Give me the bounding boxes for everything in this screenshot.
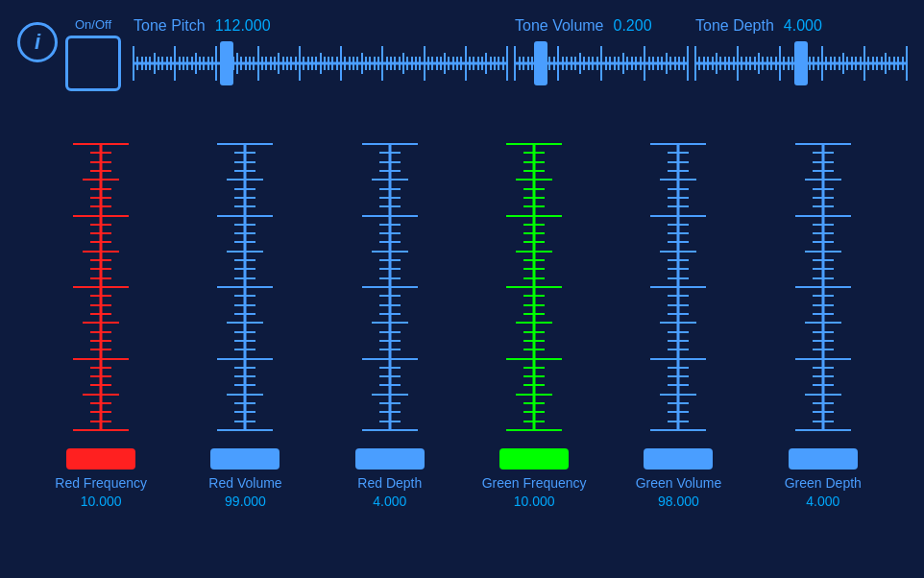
slider-red-volume[interactable] [207,143,283,470]
tone-volume-label: Tone Volume [515,17,604,35]
tone-depth-value: 4.000 [784,17,822,35]
slider-group-red-volume: Red Volume99.000 [182,143,307,509]
tone-pitch-slider[interactable] [134,39,507,87]
onoff-section: On/Off [65,17,121,91]
main-container: i On/Off Tone Pitch 112.000 Tone Volume … [0,0,924,578]
value-green-depth: 4.000 [806,494,839,509]
value-green-frequency: 10.000 [514,494,555,509]
tone-depth-label: Tone Depth [695,17,774,35]
label-green-depth: Green Depth [785,475,862,491]
onoff-label: On/Off [75,17,111,32]
slider-group-green-frequency: Green Frequency10.000 [472,143,596,509]
tone-volume-value: 0.200 [614,17,652,35]
pitch-section: Tone Pitch 112.000 [134,17,507,87]
pitch-header: Tone Pitch 112.000 [134,17,507,35]
tone-depth-slider[interactable] [695,39,907,87]
slider-group-red-frequency: Red Frequency10.000 [38,143,163,509]
tone-depth-group: Tone Depth 4.000 [695,17,907,87]
slider-green-frequency[interactable] [496,143,572,470]
value-red-depth: 4.000 [373,494,406,509]
slider-red-frequency[interactable] [62,143,139,470]
tone-volume-slider[interactable] [515,39,688,87]
volume-header: Tone Volume 0.200 [515,17,688,35]
label-red-volume: Red Volume [208,475,281,491]
slider-green-volume[interactable] [640,143,717,470]
value-red-volume: 99.000 [225,494,266,509]
info-icon[interactable]: i [17,22,58,62]
slider-green-depth[interactable] [785,143,862,470]
tone-pitch-label: Tone Pitch [134,17,206,35]
value-green-volume: 98.000 [658,494,699,509]
tone-volume-group: Tone Volume 0.200 [515,17,688,87]
onoff-button[interactable] [65,36,121,91]
label-red-depth: Red Depth [357,475,422,491]
value-red-frequency: 10.000 [81,494,122,509]
slider-group-green-depth: Green Depth4.000 [761,143,886,509]
label-green-frequency: Green Frequency [482,475,587,491]
top-controls: i On/Off Tone Pitch 112.000 Tone Volume … [10,10,914,91]
tone-pitch-value: 112.000 [215,17,271,35]
depth-header: Tone Depth 4.000 [695,17,907,35]
slider-group-red-depth: Red Depth4.000 [328,143,452,509]
slider-group-green-volume: Green Volume98.000 [616,143,741,509]
label-green-volume: Green Volume [636,475,722,491]
label-red-frequency: Red Frequency [55,475,147,491]
sliders-area: Red Frequency10.000Red Volume99.000Red D… [10,96,914,509]
slider-red-depth[interactable] [352,143,428,470]
